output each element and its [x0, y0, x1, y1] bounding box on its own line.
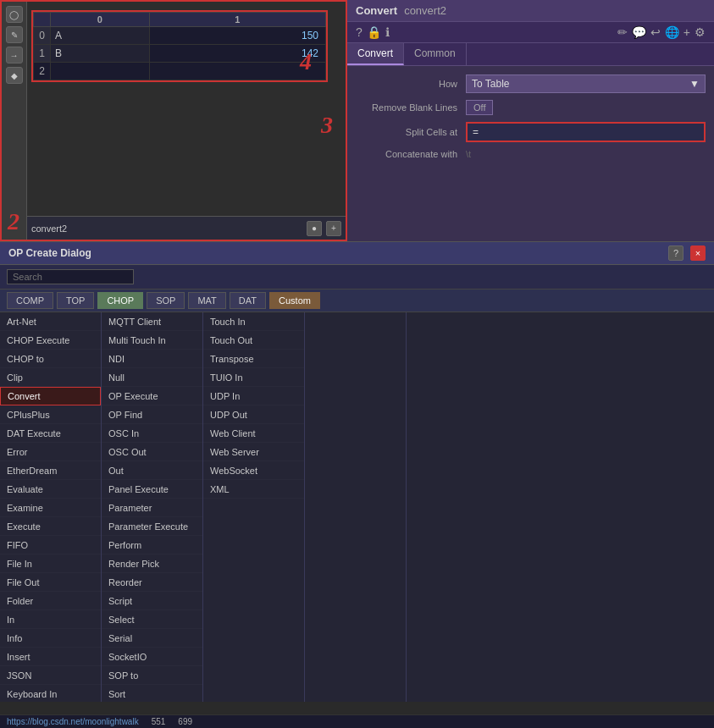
list-item[interactable]: File Out — [0, 573, 101, 592]
tab-sop[interactable]: SOP — [147, 292, 185, 309]
how-value: To Table — [472, 78, 509, 90]
list-item[interactable]: Web Client — [203, 424, 304, 443]
row-label-b: B — [51, 45, 150, 63]
node-toolbar: ◯ ✎ → ◆ — [2, 2, 27, 240]
tab-custom[interactable]: Custom — [269, 292, 320, 309]
list-item[interactable]: Multi Touch In — [102, 331, 202, 350]
list-item[interactable]: Script — [102, 592, 202, 610]
list-item[interactable]: EtherDream — [0, 461, 101, 480]
list-item[interactable]: Error — [0, 443, 101, 461]
tab-chop[interactable]: CHOP — [97, 292, 143, 309]
toolbar-edit-btn[interactable]: ✎ — [6, 26, 23, 43]
list-item[interactable]: CHOP to — [0, 350, 101, 368]
tab-dat[interactable]: DAT — [230, 292, 266, 309]
list-item[interactable]: DAT Execute — [0, 424, 101, 443]
list-item[interactable]: OP Find — [102, 405, 202, 424]
list-item[interactable]: Parameter — [102, 499, 202, 517]
dialog-close-btn[interactable]: × — [690, 245, 706, 261]
list-item[interactable]: Sort — [102, 685, 202, 702]
data-table: 0 1 0 A 150 1 B 142 — [33, 12, 326, 80]
list-item[interactable]: MQTT Client — [102, 312, 202, 331]
search-input[interactable] — [7, 269, 134, 284]
lock-icon[interactable]: 🔒 — [367, 25, 381, 39]
list-item[interactable]: Folder — [0, 592, 101, 610]
toolbar-diamond-btn[interactable]: ◆ — [6, 67, 23, 84]
list-item[interactable]: File In — [0, 554, 101, 573]
dialog-help-btn[interactable]: ? — [668, 245, 684, 261]
list-item[interactable]: UDP In — [203, 387, 304, 405]
list-item[interactable]: OSC Out — [102, 443, 202, 461]
coord-1: 551 — [152, 717, 166, 726]
list-item[interactable]: Panel Execute — [102, 480, 202, 499]
op-column-3 — [305, 312, 407, 702]
concatenate-value: \t — [466, 149, 471, 159]
comment-icon[interactable]: 💬 — [632, 25, 646, 39]
list-item[interactable]: Evaluate — [0, 480, 101, 499]
col-header-0: 0 — [51, 13, 150, 27]
list-item[interactable]: CPlusPlus — [0, 405, 101, 424]
op-column-2: Touch InTouch OutTransposeTUIO InUDP InU… — [203, 312, 305, 702]
list-item[interactable]: XML — [203, 480, 304, 499]
list-item[interactable]: Examine — [0, 499, 101, 517]
list-item[interactable]: TUIO In — [203, 368, 304, 387]
list-item[interactable]: CHOP Execute — [0, 331, 101, 350]
tab-top[interactable]: TOP — [57, 292, 94, 309]
add-icon[interactable]: + — [684, 25, 690, 39]
toolbar-arrow-btn[interactable]: → — [6, 47, 23, 63]
edit-icon[interactable]: ✏ — [617, 25, 628, 39]
settings-icon[interactable]: ⚙ — [695, 25, 706, 39]
tab-convert[interactable]: Convert — [347, 43, 404, 65]
list-item[interactable]: OP Execute — [102, 387, 202, 405]
split-cells-input[interactable] — [473, 126, 699, 138]
list-item[interactable]: OSC In — [102, 424, 202, 443]
list-item[interactable]: Touch Out — [203, 331, 304, 350]
list-item[interactable]: SocketIO — [102, 648, 202, 666]
list-item[interactable]: Reorder — [102, 573, 202, 592]
info-icon[interactable]: ℹ — [385, 25, 390, 39]
list-item[interactable]: WebSocket — [203, 461, 304, 480]
list-item[interactable]: Convert — [0, 387, 101, 405]
list-item[interactable]: Keyboard In — [0, 685, 101, 702]
list-item[interactable]: NDI — [102, 350, 202, 368]
dialog-header: OP Create Dialog ? × — [0, 242, 714, 265]
annotation-3: 3 — [321, 112, 333, 139]
list-item[interactable]: Art-Net — [0, 312, 101, 331]
toolbar-circle-btn[interactable]: ◯ — [6, 6, 23, 23]
list-item[interactable]: SOP to — [102, 666, 202, 685]
list-item[interactable]: Web Server — [203, 443, 304, 461]
how-dropdown[interactable]: To Table ▼ — [466, 74, 706, 93]
list-item[interactable]: Execute — [0, 517, 101, 536]
list-item[interactable]: In — [0, 610, 101, 629]
list-item[interactable]: Select — [102, 610, 202, 629]
list-item[interactable]: Serial — [102, 629, 202, 648]
list-item[interactable]: JSON — [0, 666, 101, 685]
list-item[interactable]: Clip — [0, 368, 101, 387]
node-add-btn[interactable]: + — [326, 221, 341, 236]
list-item[interactable]: Render Pick — [102, 554, 202, 573]
list-item[interactable]: Transpose — [203, 350, 304, 368]
list-item[interactable]: Out — [102, 461, 202, 480]
node-color-btn[interactable]: ● — [307, 221, 322, 236]
list-item[interactable]: Perform — [102, 536, 202, 554]
list-item[interactable]: UDP Out — [203, 405, 304, 424]
list-item[interactable]: Insert — [0, 648, 101, 666]
row-label-a: A — [51, 27, 150, 45]
list-item[interactable]: Touch In — [203, 312, 304, 331]
list-item[interactable]: Parameter Execute — [102, 517, 202, 536]
search-bar — [0, 265, 714, 290]
split-cells-input-container — [466, 122, 706, 142]
tab-common[interactable]: Common — [404, 43, 467, 65]
annotation-2: 2 — [8, 208, 19, 235]
list-item[interactable]: Null — [102, 368, 202, 387]
undo-icon[interactable]: ↩ — [650, 25, 661, 39]
tab-mat[interactable]: MAT — [188, 292, 225, 309]
globe-icon[interactable]: 🌐 — [665, 25, 679, 39]
list-item[interactable]: Info — [0, 629, 101, 648]
op-create-dialog: OP Create Dialog ? × COMP TOP CHOP SOP M… — [0, 241, 714, 702]
row-num-0: 0 — [34, 27, 51, 45]
remove-blank-toggle[interactable]: Off — [466, 100, 493, 115]
list-item[interactable]: FIFO — [0, 536, 101, 554]
blog-link[interactable]: https://blog.csdn.net/moonlightwalk — [7, 717, 139, 726]
tab-comp[interactable]: COMP — [7, 292, 53, 309]
help-icon[interactable]: ? — [356, 25, 363, 39]
